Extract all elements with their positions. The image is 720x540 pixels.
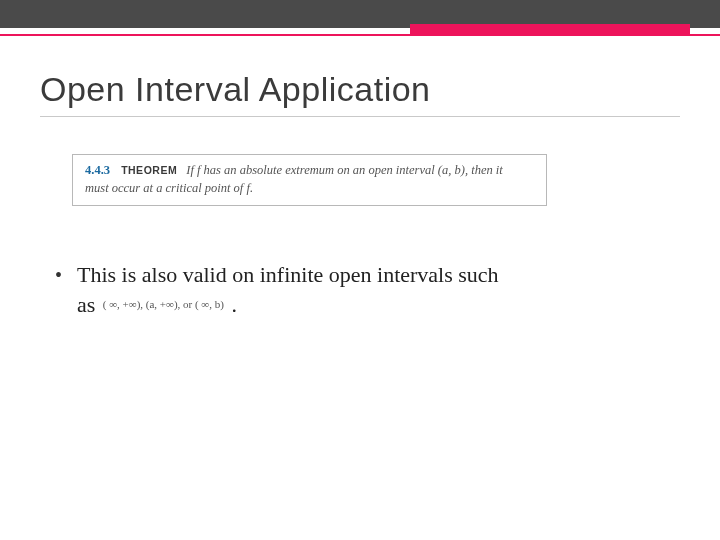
theorem-text-line1: If f has an absolute extremum on an open… xyxy=(186,163,503,177)
bullet-lead-text: This is also valid on infinite open inte… xyxy=(77,262,499,287)
top-accent-line xyxy=(0,34,720,36)
bullet-math-intervals: ( ∞, +∞), (a, +∞), or ( ∞, b) xyxy=(101,298,226,310)
theorem-label: THEOREM xyxy=(121,164,177,176)
theorem-number: 4.4.3 xyxy=(85,163,110,177)
title-underline xyxy=(40,116,680,117)
bullet-continuation-prefix: as xyxy=(77,292,95,317)
top-accent-block xyxy=(410,24,690,34)
bullet-content: This is also valid on infinite open inte… xyxy=(77,260,680,319)
bullet-marker-icon: • xyxy=(55,262,62,289)
bullet-continuation-suffix: . xyxy=(231,292,237,317)
bullet-item: • This is also valid on infinite open in… xyxy=(55,260,680,319)
slide: Open Interval Application 4.4.3 THEOREM … xyxy=(0,0,720,540)
theorem-text-line2: must occur at a critical point of f. xyxy=(85,181,253,195)
theorem-box: 4.4.3 THEOREM If f has an absolute extre… xyxy=(72,154,547,206)
slide-title: Open Interval Application xyxy=(40,70,431,109)
